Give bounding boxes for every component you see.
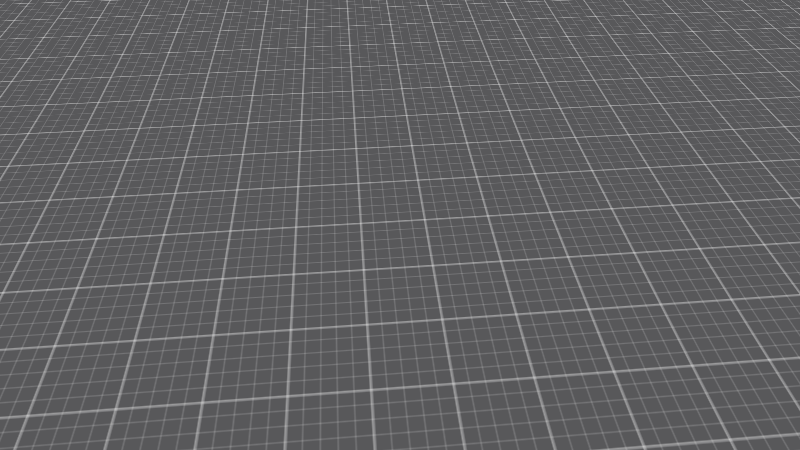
building-model[interactable] [34, 95, 800, 450]
scene-svg[interactable] [0, 0, 800, 450]
corridor-door-center-recess[interactable] [414, 206, 442, 237]
viewport-3d[interactable] [0, 0, 800, 450]
door-panel-b[interactable] [316, 147, 360, 184]
back-wall-face[interactable] [140, 103, 606, 147]
